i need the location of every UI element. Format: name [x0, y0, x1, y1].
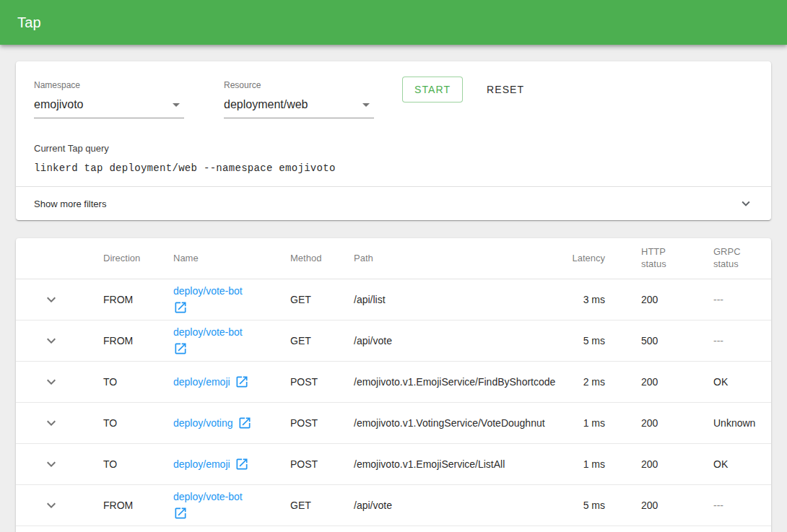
expand-row-button[interactable]	[37, 409, 66, 437]
resource-select[interactable]: deployment/web	[224, 98, 374, 118]
grpc-status-cell: OK	[713, 458, 771, 470]
column-name: Name	[173, 253, 290, 265]
show-more-filters-label: Show more filters	[34, 199, 106, 209]
current-tap-query-label: Current Tap query	[34, 143, 109, 154]
column-path: Path	[354, 253, 570, 265]
chevron-down-icon	[738, 196, 754, 212]
grpc-status-cell: ---	[713, 294, 771, 305]
expand-row-button[interactable]	[37, 326, 66, 355]
latency-cell: 5 ms	[570, 500, 605, 511]
latency-cell: 1 ms	[570, 417, 605, 429]
column-grpc-status: GRPC status	[713, 246, 771, 271]
start-button[interactable]: START	[402, 77, 463, 103]
table-body: FROM deploy/vote-bot GET /api/list 3 ms …	[16, 279, 771, 526]
expand-cell	[16, 285, 103, 314]
name-cell: deploy/vote-bot	[173, 285, 290, 315]
resource-link[interactable]: deploy/voting	[173, 417, 233, 429]
open-in-new-icon[interactable]	[173, 300, 188, 315]
table-header-row: Direction Name Method Path Latency HTTP …	[16, 238, 771, 279]
latency-cell: 1 ms	[570, 458, 605, 470]
chevron-down-icon	[43, 291, 60, 308]
table-row: FROM deploy/vote-bot GET /api/vote 5 ms …	[16, 485, 771, 526]
latency-cell: 5 ms	[570, 335, 605, 346]
chevron-down-icon	[43, 497, 60, 514]
table-row: FROM deploy/vote-bot GET /api/list 3 ms …	[16, 279, 771, 320]
expand-row-button[interactable]	[37, 285, 66, 314]
method-cell: GET	[290, 294, 354, 305]
http-status-cell: 200	[605, 417, 713, 429]
path-cell: /api/vote	[354, 500, 570, 511]
resource-link[interactable]: deploy/emoji	[173, 458, 230, 470]
grpc-status-cell: ---	[713, 335, 771, 346]
resource-selected-value: deployment/web	[224, 98, 308, 111]
direction-cell: TO	[103, 417, 173, 429]
name-cell: deploy/vote-bot	[173, 491, 290, 520]
resource-label: Resource	[224, 80, 374, 90]
namespace-field: Namespace emojivoto	[34, 80, 184, 118]
name-cell: deploy/emoji	[173, 457, 290, 471]
namespace-select[interactable]: emojivoto	[34, 98, 184, 118]
direction-cell: TO	[103, 376, 173, 388]
latency-cell: 3 ms	[570, 294, 605, 305]
open-in-new-icon[interactable]	[235, 457, 249, 471]
expand-cell	[16, 326, 103, 355]
resource-link[interactable]: deploy/emoji	[173, 376, 230, 388]
grpc-status-cell: ---	[713, 500, 771, 511]
open-in-new-icon[interactable]	[173, 341, 188, 356]
path-cell: /api/list	[354, 294, 570, 305]
resource-link[interactable]: deploy/vote-bot	[173, 326, 243, 338]
column-http-status: HTTP status	[605, 246, 713, 271]
path-cell: /emojivoto.v1.VotingService/VoteDoughnut	[354, 417, 570, 429]
column-direction: Direction	[103, 253, 173, 265]
http-status-cell: 200	[605, 294, 713, 305]
method-cell: GET	[290, 335, 354, 346]
path-cell: /emojivoto.v1.EmojiService/FindByShortco…	[354, 376, 570, 388]
grpc-status-cell: OK	[713, 376, 771, 388]
expand-cell	[16, 450, 103, 479]
tap-results-table: Direction Name Method Path Latency HTTP …	[16, 238, 771, 532]
dropdown-arrow-icon	[362, 103, 370, 107]
app-bar: Tap	[0, 0, 787, 45]
method-cell: GET	[290, 500, 354, 511]
open-in-new-icon[interactable]	[238, 416, 252, 430]
dropdown-arrow-icon	[173, 103, 180, 107]
expand-row-button[interactable]	[37, 450, 66, 479]
http-status-cell: 200	[605, 458, 713, 470]
method-cell: POST	[290, 458, 354, 470]
page-title: Tap	[17, 14, 41, 31]
show-more-filters-toggle[interactable]: Show more filters	[16, 187, 771, 220]
direction-cell: FROM	[103, 294, 173, 305]
resource-field: Resource deployment/web	[224, 80, 374, 118]
resource-link[interactable]: deploy/vote-bot	[173, 491, 243, 502]
expand-cell	[16, 409, 103, 437]
http-status-cell: 500	[605, 335, 713, 346]
http-status-cell: 200	[605, 376, 713, 388]
expand-cell	[16, 491, 103, 520]
grpc-status-cell: Unknown	[713, 417, 771, 429]
method-cell: POST	[290, 417, 354, 429]
open-in-new-icon[interactable]	[173, 506, 188, 520]
name-cell: deploy/vote-bot	[173, 326, 290, 356]
namespace-label: Namespace	[34, 80, 184, 90]
http-status-cell: 200	[605, 500, 713, 511]
resource-link[interactable]: deploy/vote-bot	[173, 285, 243, 297]
expand-row-button[interactable]	[37, 491, 66, 520]
table-row: TO deploy/emoji POST /emojivoto.v1.Emoji…	[16, 362, 771, 403]
table-row: FROM deploy/vote-bot GET /api/vote 5 ms …	[16, 320, 771, 362]
reset-button[interactable]: RESET	[481, 77, 530, 103]
chevron-down-icon	[43, 414, 60, 432]
column-method: Method	[290, 253, 354, 265]
path-cell: /emojivoto.v1.EmojiService/ListAll	[354, 458, 570, 470]
table-row: TO deploy/voting POST /emojivoto.v1.Voti…	[16, 403, 771, 444]
namespace-selected-value: emojivoto	[34, 98, 83, 111]
direction-cell: FROM	[103, 500, 173, 511]
chevron-down-icon	[43, 373, 60, 391]
expand-cell	[16, 367, 103, 396]
chevron-down-icon	[43, 332, 60, 349]
tap-query-command: linkerd tap deployment/web --namespace e…	[34, 162, 336, 174]
path-cell: /api/vote	[354, 335, 570, 346]
expand-row-button[interactable]	[37, 367, 66, 396]
open-in-new-icon[interactable]	[235, 375, 249, 389]
chevron-down-icon	[43, 455, 60, 473]
direction-cell: TO	[103, 458, 173, 470]
